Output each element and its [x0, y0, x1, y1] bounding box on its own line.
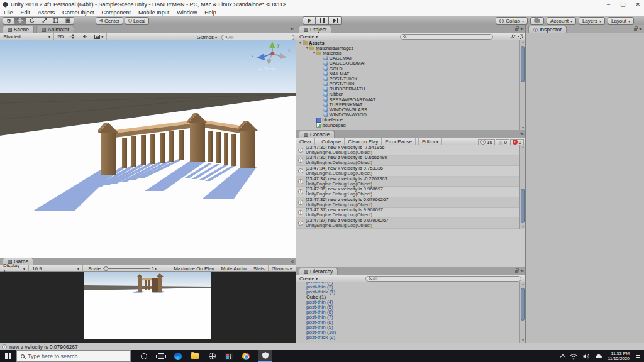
console-log-entry[interactable]: ! [23:47:37] new z velocity is 0.0790626… — [296, 218, 519, 229]
scroll-up-icon[interactable]: ▲ — [521, 282, 525, 287]
search-by-type-icon[interactable] — [510, 34, 516, 40]
create-dropdown[interactable]: Create▾ — [296, 33, 321, 40]
2d-toggle-button[interactable]: 2D — [54, 33, 67, 40]
tab-scene[interactable]: Scene — [3, 26, 34, 33]
menu-item[interactable]: Assets — [34, 9, 58, 16]
pane-menu-icon[interactable]: ▾≡ — [291, 259, 294, 263]
display-dropdown[interactable]: Display 1▾ — [0, 265, 29, 272]
speaker-icon[interactable] — [582, 353, 590, 360]
hierarchy-item[interactable]: Cube (1) — [306, 295, 519, 300]
console-log-entry[interactable]: ! [23:47:36] new x velocity is 9.968697U… — [296, 187, 519, 197]
expand-arrow-icon[interactable]: ▼ — [298, 41, 303, 45]
menu-item[interactable]: Edit — [17, 9, 35, 16]
warning-count-toggle[interactable]: 0 — [496, 139, 509, 145]
create-dropdown[interactable]: Create▾ — [296, 275, 321, 282]
cortana-button[interactable] — [140, 352, 148, 361]
menu-item[interactable]: GameObject — [58, 9, 98, 16]
tab-animator[interactable]: Animator — [36, 26, 74, 33]
hierarchy-item[interactable]: post-thin (10) — [306, 330, 519, 335]
effects-dropdown[interactable]: ▾ — [91, 33, 107, 40]
scale-knob[interactable] — [104, 266, 108, 271]
expand-arrow-icon[interactable]: ▼ — [312, 51, 316, 55]
pane-menu-icon[interactable]: ▾≡ — [291, 26, 294, 31]
account-dropdown[interactable]: Account▾ — [547, 17, 576, 25]
hierarchy-item[interactable]: post-thin (3) — [306, 285, 519, 290]
scroll-thumb[interactable] — [521, 46, 525, 82]
project-search-field[interactable] — [400, 34, 493, 40]
pane-menu-icon[interactable]: ▾≡ — [520, 268, 523, 273]
pane-menu-icon[interactable]: ▾≡ — [639, 26, 642, 31]
hierarchy-item[interactable]: post-thin (7) — [306, 315, 519, 320]
pivot-local-button[interactable]: Local — [125, 17, 149, 25]
start-button[interactable] — [0, 350, 16, 362]
expand-arrow-icon[interactable]: ▼ — [305, 46, 309, 50]
hierarchy-item[interactable]: post-thin (6) — [306, 310, 519, 315]
taskbar-search[interactable] — [16, 350, 131, 362]
wifi-icon[interactable] — [570, 353, 577, 360]
console-log-entry[interactable]: ! [23:47:30] new x velocity is -7.541956… — [296, 145, 519, 156]
scene-gizmos-dropdown[interactable]: Gizmos▾ — [194, 34, 220, 40]
taskbar-search-input[interactable] — [28, 353, 116, 359]
rect-tool-button[interactable] — [50, 17, 62, 25]
menu-item[interactable]: Component — [98, 9, 135, 16]
pane-menu-icon[interactable]: ▾≡ — [520, 26, 523, 31]
hierarchy-search-field[interactable]: All — [365, 276, 521, 282]
scroll-down-icon[interactable]: ▼ — [521, 338, 525, 343]
play-button[interactable] — [303, 16, 316, 25]
scroll-thumb[interactable] — [521, 189, 525, 223]
clear-button[interactable]: Clear — [296, 138, 315, 145]
pane-menu-icon[interactable]: ▾≡ — [520, 131, 523, 136]
edge-button[interactable] — [174, 352, 182, 361]
maximize-button[interactable]: ▢ — [620, 0, 626, 9]
menu-item[interactable]: File — [0, 9, 17, 16]
scene-search-field[interactable]: All — [221, 35, 294, 40]
scroll-down-icon[interactable]: ▼ — [521, 224, 525, 229]
mute-audio-button[interactable]: Mute Audio — [218, 265, 250, 272]
collapse-button[interactable]: Collapse — [318, 138, 345, 145]
lock-icon[interactable] — [515, 28, 518, 31]
lighting-toggle-button[interactable] — [67, 33, 79, 40]
tree-row[interactable]: ▼ bouncepad — [296, 123, 519, 128]
draw-mode-dropdown[interactable]: Shaded▾ — [0, 33, 54, 40]
step-button[interactable] — [329, 16, 342, 25]
unity-taskbar-button[interactable] — [258, 350, 272, 362]
status-bar[interactable]: ! new z velocity is 0.07906267 — [0, 343, 644, 350]
pause-button[interactable] — [316, 16, 329, 25]
console-log-entry[interactable]: ! [23:47:36] new z velocity is 0.0790626… — [296, 197, 519, 208]
hierarchy-item[interactable]: post-thin (8) — [306, 320, 519, 325]
onedrive-cloud-icon[interactable] — [595, 353, 602, 360]
scroll-down-icon[interactable]: ▼ — [521, 126, 525, 130]
menu-item[interactable]: Window — [173, 9, 201, 16]
tab-console[interactable]: Console — [299, 131, 335, 138]
scale-tool-button[interactable] — [38, 17, 50, 25]
task-view-button[interactable] — [157, 352, 165, 361]
scroll-up-icon[interactable]: ▲ — [521, 40, 525, 45]
action-center-icon[interactable] — [635, 353, 641, 359]
console-scrollbar[interactable]: ▲ ▼ — [519, 145, 525, 229]
console-log-entry[interactable]: ! [23:47:30] new z velocity is -0.656649… — [296, 156, 519, 167]
minimize-button[interactable]: – — [607, 0, 610, 9]
maximize-on-play-button[interactable]: Maximize On Play — [170, 265, 218, 272]
clear-on-play-button[interactable]: Clear on Play — [345, 138, 382, 145]
hierarchy-item[interactable]: post-thick (1) — [306, 290, 519, 295]
transform-tool-button[interactable] — [62, 17, 74, 25]
stats-button[interactable]: Stats — [250, 265, 269, 272]
hierarchy-item[interactable]: post-thin (4) — [306, 300, 519, 305]
search-by-label-icon[interactable] — [518, 34, 523, 40]
console-log-entry[interactable]: ! [23:47:34] new x velocity is 9.753336U… — [296, 166, 519, 177]
chrome-button[interactable] — [242, 352, 250, 361]
tab-hierarchy[interactable]: Hierarchy — [299, 268, 338, 275]
lock-icon[interactable] — [634, 28, 637, 31]
hierarchy-item[interactable]: post-thin (9) — [306, 325, 519, 330]
audio-toggle-button[interactable] — [79, 33, 91, 40]
taskbar-clock[interactable]: 11:53 PM 11/15/2020 — [608, 351, 630, 361]
tab-project[interactable]: Project — [299, 26, 331, 33]
editor-dropdown[interactable]: Editor▾ — [418, 138, 442, 145]
scale-slider[interactable]: Scale 1x — [88, 266, 157, 272]
tray-chevron-icon[interactable] — [560, 354, 565, 359]
layers-dropdown[interactable]: Layers▾ — [579, 17, 605, 25]
cloud-button[interactable] — [530, 17, 544, 25]
lock-icon[interactable] — [515, 270, 518, 273]
close-button[interactable]: ✕ — [635, 0, 640, 9]
hierarchy-scrollbar[interactable]: ▲ ▼ — [519, 282, 525, 343]
